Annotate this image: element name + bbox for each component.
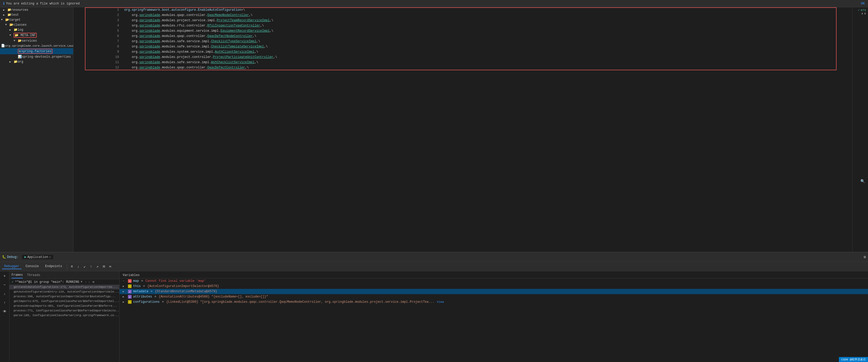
arrow-icon: ▶: [9, 60, 13, 63]
main-area: ▶ 📁 resources ▶ 📁 test ▼ 📂 target ▼ 📂 cl…: [0, 7, 868, 252]
sidebar-item-label: META-INF: [21, 34, 36, 37]
code-line-1: 1 org.springframework.boot.autoconfigure…: [73, 7, 852, 12]
notification-close-button[interactable]: OK: [861, 2, 865, 5]
tab-console[interactable]: Console: [24, 264, 41, 269]
check-count: ✓ 673: [858, 8, 866, 12]
run-to-cursor-button[interactable]: ↗: [95, 264, 100, 269]
variable-name: configurations: [133, 300, 160, 304]
resume-button[interactable]: ≡: [70, 264, 74, 269]
step-over-button[interactable]: ↓: [76, 264, 80, 269]
code-table: 1 org.springframework.boot.autoconfigure…: [73, 7, 852, 70]
frames-button[interactable]: ≔: [108, 264, 112, 269]
thread-label: *"main"@1 in group "main": RUNNING: [15, 280, 79, 284]
line-content: org.springblade.modules.qaqc.controller.…: [122, 12, 852, 18]
expand-icon[interactable]: ▶: [123, 295, 126, 298]
sidebar-item-test[interactable]: ▶ 📁 test: [0, 12, 73, 17]
step-up-button[interactable]: ↑: [1, 299, 8, 306]
editor-area: 1 org.springframework.boot.autoconfigure…: [73, 7, 868, 252]
sidebar-item-resources[interactable]: ▶ 📁 resources: [0, 7, 73, 12]
equals-sign: =: [141, 279, 143, 283]
tab-endpoints[interactable]: Endpoints: [43, 264, 64, 269]
stack-frame-1[interactable]: getAutoConfigurationEntry:116, AutoConfi…: [9, 290, 119, 294]
code-editor[interactable]: 1 org.springframework.boot.autoconfigure…: [73, 7, 852, 252]
sidebar-item-label: services: [22, 39, 37, 43]
code-line-5: 5 org.springblade.modules.equipment.serv…: [73, 28, 852, 34]
code-content: 1 org.springframework.boot.autoconfigure…: [73, 7, 852, 70]
sidebar-item-spring-devtools[interactable]: 📊 spring-devtools.properties: [0, 54, 73, 59]
line-content: org.springblade.modules.equipment.servic…: [122, 28, 852, 34]
stack-frame-4[interactable]: processGroupImports:801, ConfigurationCl…: [9, 304, 119, 308]
line-number: 11: [73, 60, 122, 65]
variable-this[interactable]: ▶ ≡ this = {AutoConfigurationImportSelec…: [120, 283, 868, 289]
variable-value: {StandardAnnotationMetadata@4579}: [155, 290, 217, 293]
line-content: org.springframework.boot.autoconfigure.E…: [122, 7, 852, 12]
step-down-button[interactable]: ↓: [1, 290, 8, 298]
close-icon[interactable]: ✕: [49, 255, 51, 259]
sidebar-item-classes[interactable]: ▼ 📂 classes: [0, 22, 73, 27]
eye-button[interactable]: 👁: [1, 308, 8, 315]
arrow-icon: ▶: [9, 28, 13, 31]
sidebar-item-label: test: [11, 13, 19, 17]
sidebar-item-services[interactable]: ▼ 📂 services: [0, 38, 73, 43]
expand-icon[interactable]: ▶: [123, 290, 126, 293]
sidebar-item-label: spring-devtools.properties: [22, 55, 71, 59]
evaluate-button[interactable]: ⊟: [102, 264, 106, 269]
variable-map[interactable]: − m map = Cannot find local variable 'ma…: [120, 278, 868, 283]
folder-icon: 📂: [18, 39, 22, 43]
arrow-icon: ▼: [9, 34, 13, 37]
sidebar-item-meta-inf[interactable]: ▼ 📂 META-INF: [0, 32, 73, 38]
arrow-icon: ▶: [3, 8, 7, 11]
variable-attributes[interactable]: ▶ p attributes = {AnnotationAttributes@4…: [120, 294, 868, 299]
tab-frames[interactable]: Frames: [11, 272, 23, 278]
stack-frame-6[interactable]: parse:185, ConfigurationClassParser (org…: [9, 313, 119, 318]
debug-settings-button[interactable]: ⚙: [864, 255, 866, 259]
thread-nav-up[interactable]: ↑: [85, 280, 87, 283]
equals-sign: =: [143, 284, 145, 288]
sidebar-item-target[interactable]: ▼ 📂 target: [0, 17, 73, 22]
sidebar-item-spring-factories[interactable]: ⚙ spring.factories: [0, 48, 73, 54]
view-link[interactable]: View: [437, 300, 444, 304]
stack-frame-0[interactable]: getCandidateConfigurations:173, AutoConf…: [9, 285, 119, 290]
nav-up-icon[interactable]: ∧: [862, 12, 863, 15]
line-number: 3: [73, 18, 122, 23]
add-watch-button[interactable]: +: [1, 272, 8, 280]
thread-main[interactable]: ✓ *"main"@1 in group "main": RUNNING ▼ ↑…: [9, 279, 119, 285]
code-line-6: 6 org.springblade.modules.qaqc.controlle…: [73, 34, 852, 39]
variable-configurations[interactable]: ▶ ≡ configurations = {LinkedList@5399} "…: [120, 299, 868, 305]
editor-nav[interactable]: ∧ ∨: [862, 12, 866, 15]
thread-dropdown-icon[interactable]: ▼: [81, 280, 82, 283]
sidebar-item-org-springblade-launch[interactable]: 📄 org.springblade.core.launch.service.La…: [0, 43, 73, 48]
tab-debugger[interactable]: Debugger: [2, 264, 22, 269]
expand-icon[interactable]: ▶: [123, 300, 126, 304]
application-tab[interactable]: ▶ Application ✕: [22, 254, 54, 260]
stack-frame-2[interactable]: process:396, AutoConfigurationImportSele…: [9, 294, 119, 299]
app-icon: ▶: [24, 255, 26, 259]
variable-metadata[interactable]: ▶ p metadata = {StandardAnnotationMetada…: [120, 289, 868, 294]
expand-icon[interactable]: ▶: [123, 285, 126, 288]
step-into-button[interactable]: ↙: [83, 264, 87, 269]
tab-threads[interactable]: Threads: [27, 272, 40, 278]
remove-watch-button[interactable]: −: [1, 281, 8, 289]
arrow-icon: ▼: [13, 39, 18, 42]
stack-frame-5[interactable]: process:771, ConfigurationClassParser$De…: [9, 308, 119, 313]
step-out-button[interactable]: ↑: [89, 264, 93, 269]
thread-running-icon: ✓: [11, 280, 13, 284]
stack-frame-3[interactable]: getImports:875, ConfigurationClassParser…: [9, 299, 119, 304]
line-number: 7: [73, 39, 122, 44]
sidebar-item-label: log: [18, 28, 23, 32]
variable-name: metadata: [133, 290, 148, 293]
thread-nav-down[interactable]: ↓: [88, 280, 90, 283]
expand-icon[interactable]: −: [123, 280, 126, 282]
check-count-value: 673: [861, 9, 866, 12]
line-content: org.springblade.modules.project.service.…: [122, 18, 852, 23]
line-content: org.springblade.modules.rfsi.controller.…: [122, 23, 852, 28]
variable-type-icon: p: [128, 295, 132, 299]
status-bar: CSDN @程序员老石: [839, 357, 868, 362]
variable-type-icon: m: [128, 279, 132, 283]
thread-filter[interactable]: ⊞: [93, 280, 94, 283]
code-line-12: 12 org.springblade.modules.qaqc.controll…: [73, 65, 852, 70]
sidebar-item-log[interactable]: ▶ 📁 log: [0, 27, 73, 32]
sidebar-item-label: target: [9, 18, 21, 22]
sidebar-item-org[interactable]: ▶ 📁 org: [0, 59, 73, 64]
nav-down-icon[interactable]: ∨: [864, 12, 866, 15]
